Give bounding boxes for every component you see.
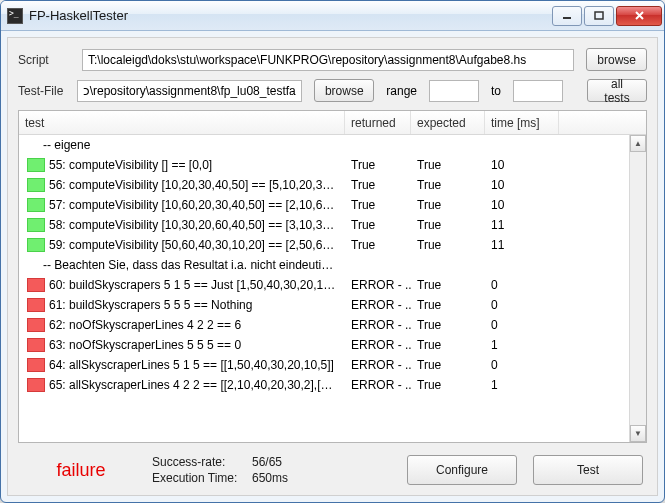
table-row[interactable]: 62: noOfSkyscraperLines 4 2 2 == 6ERROR …: [19, 315, 629, 335]
table-row[interactable]: 64: allSkyscraperLines 5 1 5 == [[1,50,4…: [19, 355, 629, 375]
cell-expected: True: [411, 195, 485, 215]
test-text: 59: computeVisibility [50,60,40,30,10,20…: [49, 238, 339, 252]
cell-returned: [345, 255, 411, 275]
cell-test: 64: allSkyscraperLines 5 1 5 == [[1,50,4…: [19, 355, 345, 375]
test-text: 56: computeVisibility [10,20,30,40,50] =…: [49, 178, 339, 192]
status-text: failure: [26, 460, 136, 481]
cell-time: 1: [485, 375, 559, 395]
cell-test: 59: computeVisibility [50,60,40,30,10,20…: [19, 235, 345, 255]
scroll-down-button[interactable]: ▼: [630, 425, 646, 442]
status-badge: [27, 218, 45, 232]
cell-returned: True: [345, 195, 411, 215]
test-text: 65: allSkyscraperLines 4 2 2 == [[2,10,4…: [49, 378, 339, 392]
table-row[interactable]: 58: computeVisibility [10,30,20,60,40,50…: [19, 215, 629, 235]
vertical-scrollbar[interactable]: ▲ ▼: [629, 135, 646, 442]
test-text: 58: computeVisibility [10,30,20,60,40,50…: [49, 218, 339, 232]
cell-time: 0: [485, 275, 559, 295]
cell-time: 10: [485, 175, 559, 195]
test-text: 55: computeVisibility [] == [0,0]: [49, 158, 212, 172]
cell-time: 11: [485, 215, 559, 235]
cell-test: 62: noOfSkyscraperLines 4 2 2 == 6: [19, 315, 345, 335]
test-text: 57: computeVisibility [10,60,20,30,40,50…: [49, 198, 339, 212]
cell-expected: [411, 135, 485, 155]
cell-time: 0: [485, 355, 559, 375]
cell-test: -- Beachten Sie, dass das Resultat i.a. …: [19, 255, 345, 275]
status-badge: [27, 338, 45, 352]
cell-test: 61: buildSkyscrapers 5 5 5 == Nothing: [19, 295, 345, 315]
cell-returned: True: [345, 235, 411, 255]
table-row[interactable]: 60: buildSkyscrapers 5 1 5 == Just [1,50…: [19, 275, 629, 295]
status-badge: [27, 318, 45, 332]
minimize-button[interactable]: [552, 6, 582, 26]
cell-time: 0: [485, 295, 559, 315]
table-row[interactable]: -- Beachten Sie, dass das Resultat i.a. …: [19, 255, 629, 275]
testfile-label: Test-File: [18, 84, 65, 98]
svg-rect-1: [595, 12, 603, 19]
header-test[interactable]: test: [19, 111, 345, 134]
table-row[interactable]: 61: buildSkyscrapers 5 5 5 == NothingERR…: [19, 295, 629, 315]
success-rate-label: Success-rate:: [152, 455, 252, 469]
cell-time: 11: [485, 235, 559, 255]
cell-time: 10: [485, 195, 559, 215]
footer: failure Success-rate: 56/65 Execution Ti…: [18, 451, 647, 485]
stats: Success-rate: 56/65 Execution Time: 650m…: [152, 455, 288, 485]
cell-expected: True: [411, 235, 485, 255]
range-from-input[interactable]: [429, 80, 479, 102]
status-badge: [27, 378, 45, 392]
table-row[interactable]: 65: allSkyscraperLines 4 2 2 == [[2,10,4…: [19, 375, 629, 395]
minimize-icon: [562, 11, 572, 21]
header-time[interactable]: time [ms]: [485, 111, 559, 134]
test-text: 60: buildSkyscrapers 5 1 5 == Just [1,50…: [49, 278, 339, 292]
cell-expected: True: [411, 315, 485, 335]
browse-testfile-button[interactable]: browse: [314, 79, 374, 102]
close-button[interactable]: [616, 6, 662, 26]
status-badge: [27, 358, 45, 372]
script-input[interactable]: [82, 49, 574, 71]
cell-expected: True: [411, 335, 485, 355]
configure-button[interactable]: Configure: [407, 455, 517, 485]
header-expected[interactable]: expected: [411, 111, 485, 134]
testfile-row: Test-File browse range to all tests: [18, 79, 647, 102]
status-badge: [27, 238, 45, 252]
test-text: 62: noOfSkyscraperLines 4 2 2 == 6: [49, 318, 241, 332]
header-returned[interactable]: returned: [345, 111, 411, 134]
table-header[interactable]: test returned expected time [ms]: [19, 111, 646, 135]
cell-returned: ERROR - ...: [345, 295, 411, 315]
table-row[interactable]: 55: computeVisibility [] == [0,0]TrueTru…: [19, 155, 629, 175]
cell-expected: True: [411, 215, 485, 235]
maximize-icon: [594, 11, 604, 21]
table-row[interactable]: 59: computeVisibility [50,60,40,30,10,20…: [19, 235, 629, 255]
cell-time: 0: [485, 315, 559, 335]
scroll-up-button[interactable]: ▲: [630, 135, 646, 152]
cell-returned: ERROR - ...: [345, 315, 411, 335]
all-tests-button[interactable]: all tests: [587, 79, 647, 102]
test-text: 64: allSkyscraperLines 5 1 5 == [[1,50,4…: [49, 358, 334, 372]
cell-expected: True: [411, 375, 485, 395]
range-label: range: [386, 84, 417, 98]
test-text: 61: buildSkyscrapers 5 5 5 == Nothing: [49, 298, 252, 312]
cell-expected: True: [411, 175, 485, 195]
app-window: FP-HaskellTester Script browse Test-File…: [0, 0, 665, 503]
range-to-input[interactable]: [513, 80, 563, 102]
maximize-button[interactable]: [584, 6, 614, 26]
results-table: test returned expected time [ms] -- eige…: [18, 110, 647, 443]
test-text: -- eigene: [43, 138, 90, 152]
cell-returned: [345, 135, 411, 155]
window-title: FP-HaskellTester: [29, 8, 552, 23]
cell-test: 56: computeVisibility [10,20,30,40,50] =…: [19, 175, 345, 195]
titlebar[interactable]: FP-HaskellTester: [1, 1, 664, 31]
range-to-label: to: [491, 84, 501, 98]
testfile-input[interactable]: [77, 80, 303, 102]
browse-script-button[interactable]: browse: [586, 48, 647, 71]
cell-expected: True: [411, 155, 485, 175]
table-row[interactable]: 63: noOfSkyscraperLines 5 5 5 == 0ERROR …: [19, 335, 629, 355]
cell-returned: ERROR - ...: [345, 275, 411, 295]
scroll-track[interactable]: [630, 152, 646, 425]
table-row[interactable]: 56: computeVisibility [10,20,30,40,50] =…: [19, 175, 629, 195]
test-text: 63: noOfSkyscraperLines 5 5 5 == 0: [49, 338, 241, 352]
table-row[interactable]: -- eigene: [19, 135, 629, 155]
test-button[interactable]: Test: [533, 455, 643, 485]
table-row[interactable]: 57: computeVisibility [10,60,20,30,40,50…: [19, 195, 629, 215]
table-body[interactable]: -- eigene55: computeVisibility [] == [0,…: [19, 135, 629, 442]
execution-time-label: Execution Time:: [152, 471, 252, 485]
